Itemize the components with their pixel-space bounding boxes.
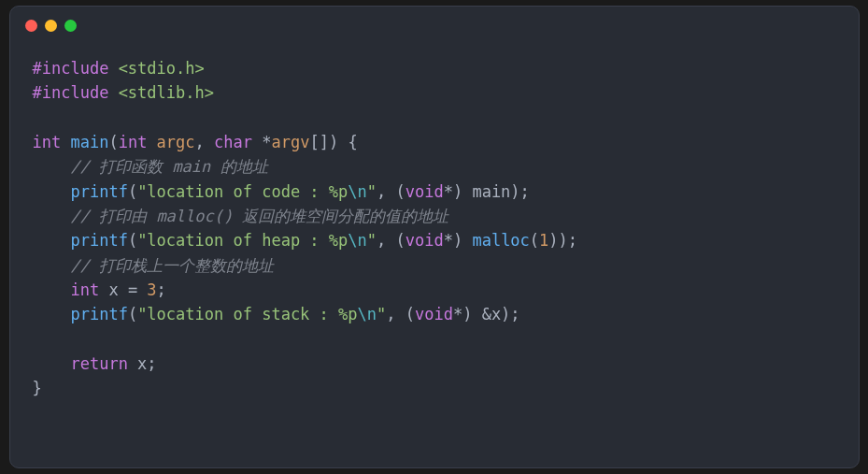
function-call: printf	[70, 182, 127, 201]
type-keyword: int	[119, 133, 148, 151]
code-editor[interactable]: #include <stdio.h> #include <stdlib.h> i…	[10, 37, 859, 420]
type-keyword: char	[214, 133, 252, 151]
indent	[33, 231, 71, 250]
comment: // 打印栈上一个整数的地址	[33, 256, 275, 275]
punct: *)	[444, 231, 473, 250]
function-call: malloc	[472, 231, 529, 250]
paren: (	[128, 182, 137, 201]
brace: }	[33, 379, 42, 397]
header-literal: <stdio.h>	[119, 59, 205, 78]
string-literal: "	[367, 231, 377, 250]
punct: , (	[377, 182, 406, 201]
param-name: argc	[147, 133, 194, 151]
indent	[33, 305, 71, 323]
type-keyword: void	[415, 305, 453, 323]
minimize-icon[interactable]	[45, 20, 57, 32]
window-titlebar	[10, 7, 859, 37]
brackets: []	[309, 133, 328, 151]
indent	[33, 280, 71, 299]
string-literal: "	[377, 305, 386, 323]
variable: x =	[99, 280, 147, 299]
paren: (	[128, 305, 137, 323]
function-name: main	[61, 133, 108, 151]
semicolon: ;	[157, 280, 166, 299]
string-literal: "location of stack : %p	[137, 305, 357, 323]
indent	[33, 354, 71, 373]
comment: // 打印由 malloc() 返回的堆空间分配的值的地址	[33, 207, 449, 225]
number-literal: 1	[539, 231, 548, 250]
escape-sequence: \n	[348, 182, 366, 201]
param-name: argv	[271, 133, 309, 151]
paren: (	[128, 231, 137, 250]
return-keyword: return	[70, 354, 127, 373]
header-literal: <stdlib.h>	[119, 83, 214, 102]
operator: *	[252, 133, 271, 151]
punct: , (	[377, 231, 406, 250]
punct: , (	[386, 305, 415, 323]
close-icon[interactable]	[25, 20, 37, 32]
string-literal: "location of code : %p	[137, 182, 348, 201]
code-window: #include <stdio.h> #include <stdlib.h> i…	[9, 6, 860, 468]
punct: ));	[548, 231, 577, 250]
comment: // 打印函数 main 的地址	[33, 157, 268, 176]
maximize-icon[interactable]	[64, 20, 77, 32]
comma: ,	[195, 133, 214, 151]
indent	[33, 182, 71, 201]
escape-sequence: \n	[348, 231, 366, 250]
escape-sequence: \n	[358, 305, 377, 323]
punct: *) &x);	[453, 305, 520, 323]
string-literal: "location of heap : %p	[137, 231, 348, 250]
function-call: printf	[70, 305, 127, 323]
type-keyword: int	[33, 133, 62, 151]
type-keyword: int	[70, 280, 99, 299]
paren: (	[108, 133, 118, 151]
type-keyword: void	[406, 182, 444, 201]
string-literal: "	[367, 182, 377, 201]
punct: *) main);	[444, 182, 530, 201]
preprocessor-keyword: #include	[33, 83, 119, 102]
paren: (	[530, 231, 539, 250]
number-literal: 3	[147, 280, 156, 299]
variable: x;	[128, 354, 157, 373]
type-keyword: void	[406, 231, 444, 250]
preprocessor-keyword: #include	[33, 59, 119, 78]
function-call: printf	[70, 231, 127, 250]
brace: ) {	[329, 133, 358, 151]
